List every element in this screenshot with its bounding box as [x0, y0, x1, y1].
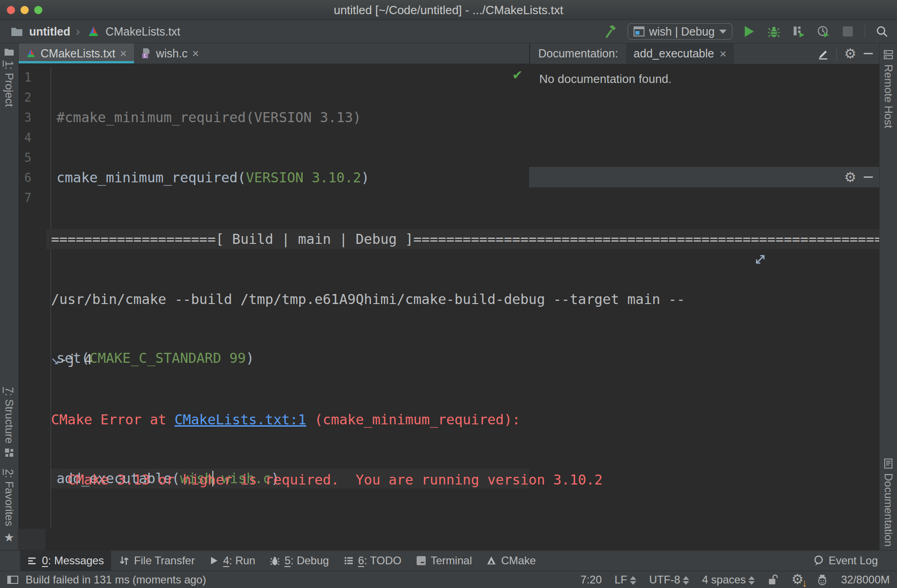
toolbar-separator [836, 47, 837, 60]
star-icon: ★ [4, 531, 14, 545]
hide-panel-icon[interactable] [864, 53, 873, 54]
toolwindow-file-transfer[interactable]: File Transfer [111, 551, 202, 571]
structure-icon [5, 448, 14, 457]
app-window-icon [634, 26, 644, 36]
toolwindow-terminal[interactable]: Terminal [409, 551, 479, 571]
tab-label: wish.c [156, 47, 187, 60]
svg-text:C: C [144, 53, 147, 58]
documentation-header: Documentation: add_executable × [530, 43, 879, 64]
right-toolwindow-stripe: Remote Host Documentation [879, 43, 897, 550]
editor-pane: CMakeLists.txt × C wish.c [19, 43, 529, 166]
tab-cmakelists[interactable]: CMakeLists.txt × [19, 43, 134, 63]
ide-window: untitled [~/Code/untitled] - .../CMakeLi… [0, 0, 897, 588]
toolwindow-run[interactable]: 4: Run [202, 551, 263, 571]
stripe-button-structure[interactable]: 7: Structure [3, 387, 15, 457]
hector-inspector-icon[interactable] [816, 574, 828, 586]
updown-icon [630, 576, 636, 585]
debug-button[interactable] [766, 24, 782, 39]
encoding-select[interactable]: UTF-8 [649, 573, 689, 586]
event-log-icon [813, 555, 824, 566]
caret-position[interactable]: 7:20 [581, 573, 602, 586]
line-wrapped-icon [754, 213, 869, 306]
documentation-panel: Documentation: add_executable × [529, 43, 879, 166]
cmake-mono-icon [486, 556, 496, 566]
toolwindow-toggle-icon[interactable] [7, 575, 18, 584]
messages-panel: Messages: Build × ⚙ [19, 166, 879, 550]
todo-list-icon [344, 556, 354, 566]
documentation-content: No documentation found. [530, 64, 879, 166]
breadcrumb-project[interactable]: untitled [29, 25, 70, 38]
stripe-button-project[interactable]: 1: Project [3, 48, 15, 107]
run-configuration-label: wish | Debug [649, 25, 715, 38]
toolwindow-todo[interactable]: 6: TODO [336, 551, 409, 571]
indent-select[interactable]: 4 spaces [702, 573, 755, 586]
remote-host-icon [883, 50, 893, 60]
c-file-icon: C [141, 48, 151, 59]
search-everywhere-icon[interactable] [874, 24, 890, 39]
unlock-icon[interactable] [768, 574, 778, 586]
stop-button[interactable] [840, 24, 856, 39]
close-icon[interactable]: × [192, 47, 199, 59]
inspection-ok-icon[interactable]: ✔ [512, 67, 523, 83]
memory-indicator[interactable]: 32/8000M [841, 573, 890, 586]
toolbar-separator [865, 25, 865, 38]
run-icon [209, 556, 218, 566]
documentation-panel-title: Documentation: [530, 47, 626, 60]
soft-wrap-icon: ↘ [51, 351, 59, 367]
console-error-line: CMake Error at CMakeLists.txt:1 (cmake_m… [46, 410, 879, 430]
profiler-button[interactable] [815, 24, 831, 39]
toolwindow-bar: 0: Messages File Transfer 4: Run [0, 550, 897, 571]
chevron-separator-icon: › [75, 24, 81, 39]
gear-update-icon[interactable]: ⚙↓ [791, 573, 804, 587]
gear-icon[interactable]: ⚙ [844, 170, 856, 184]
title-bar: untitled [~/Code/untitled] - .../CMakeLi… [0, 0, 897, 20]
console-line: ↘-j 4 [46, 350, 879, 370]
run-with-coverage-button[interactable] [791, 24, 806, 39]
line-ending-select[interactable]: LF [614, 573, 636, 586]
debug-bug-icon [270, 556, 280, 566]
error-file-link[interactable]: CMakeLists.txt:1 [175, 412, 306, 428]
gear-icon[interactable]: ⚙ [844, 47, 856, 61]
folder-icon [9, 24, 25, 39]
toolwindow-debug[interactable]: 5: Debug [263, 551, 336, 571]
close-icon[interactable]: × [720, 48, 727, 60]
stripe-button-remote-host[interactable]: Remote Host [882, 50, 895, 128]
editor-tab-bar: CMakeLists.txt × C wish.c [19, 43, 529, 64]
run-toolbar: wish | Debug [603, 23, 890, 40]
cmake-file-icon [86, 24, 101, 39]
window-title: untitled [~/Code/untitled] - .../CMakeLi… [0, 0, 897, 20]
status-bar: Build failed in 131 ms (moments ago) 7:2… [0, 571, 897, 588]
messages-icon [27, 556, 37, 566]
stripe-button-favorites[interactable]: 2: Favorites ★ [3, 469, 15, 545]
navigation-toolbar: untitled › CMakeLists.txt [0, 20, 897, 43]
build-console[interactable]: ====================[ Build | main | Deb… [46, 187, 879, 550]
updown-icon [748, 576, 755, 585]
updown-icon [683, 576, 689, 585]
toolwindow-event-log[interactable]: Event Log [806, 554, 885, 567]
chevron-down-icon [719, 30, 727, 34]
tab-label: CMakeLists.txt [41, 47, 115, 60]
file-transfer-icon [119, 555, 129, 566]
toolwindow-messages[interactable]: 0: Messages [20, 551, 111, 571]
left-toolwindow-stripe: 1: Project 7: Structure 2: Favorites ★ [0, 43, 19, 550]
close-icon[interactable]: × [120, 47, 127, 59]
breadcrumb: untitled › CMakeLists.txt [9, 24, 180, 39]
tab-wish-c[interactable]: C wish.c × [134, 43, 206, 63]
run-configuration-select[interactable]: wish | Debug [628, 23, 732, 40]
edit-pencil-icon[interactable] [817, 48, 829, 60]
hide-panel-icon[interactable] [864, 176, 873, 178]
console-error-line: CMake 3.13 or higher is required. You ar… [46, 470, 879, 490]
documentation-tab[interactable]: add_executable × [626, 43, 734, 64]
cmake-file-icon [26, 49, 36, 58]
status-message[interactable]: Build failed in 131 ms (moments ago) [26, 573, 206, 586]
project-icon [4, 48, 14, 56]
build-hammer-icon[interactable] [603, 24, 619, 39]
run-button[interactable] [742, 24, 757, 39]
stripe-button-documentation[interactable]: Documentation [882, 459, 895, 547]
documentation-icon [884, 459, 893, 469]
terminal-icon [416, 556, 426, 566]
breadcrumb-file[interactable]: CMakeLists.txt [106, 25, 180, 38]
toolwindow-cmake[interactable]: CMake [479, 551, 543, 571]
